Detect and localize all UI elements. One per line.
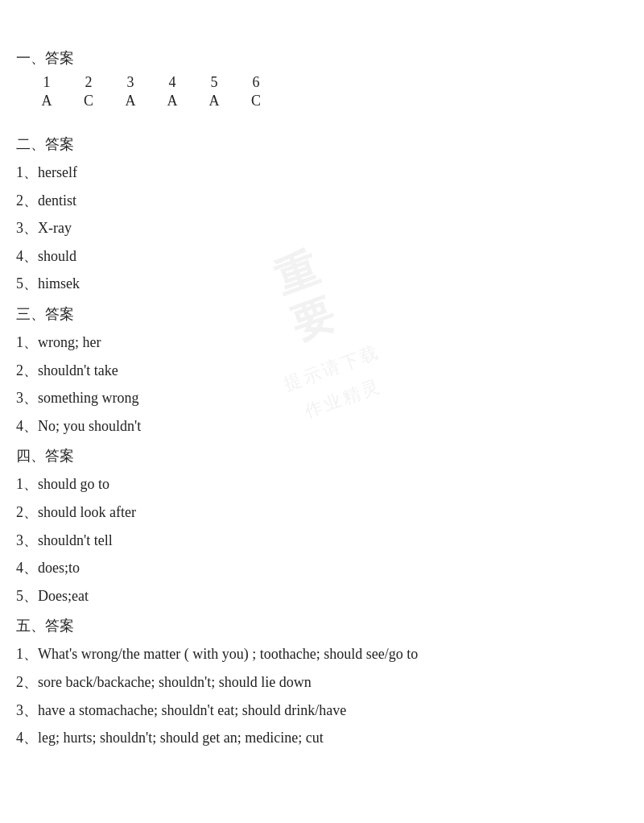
page-content: 一、答案 1 2 3 4 5 6 A C A A A C 二、答案 1、hers…: [16, 48, 628, 751]
section-1-title: 一、答案: [16, 48, 628, 68]
list-item: 2、sore back/backache; shouldn't; should …: [16, 670, 628, 695]
list-item: 2、shouldn't take: [16, 358, 628, 383]
list-item: 1、herself: [16, 160, 628, 185]
list-item: 3、shouldn't tell: [16, 528, 628, 553]
list-item: 4、leg; hurts; shouldn't; should get an; …: [16, 726, 628, 751]
answer-1: A: [26, 93, 68, 110]
list-item: 1、should go to: [16, 472, 628, 497]
section-3: 三、答案 1、wrong; her 2、shouldn't take 3、som…: [16, 304, 628, 438]
list-item: 5、Does;eat: [16, 584, 628, 609]
section-2-title: 二、答案: [16, 134, 628, 154]
list-item: 3、X-ray: [16, 216, 628, 241]
section-4: 四、答案 1、should go to 2、should look after …: [16, 446, 628, 608]
section-5: 五、答案 1、What's wrong/the matter ( with yo…: [16, 616, 628, 750]
list-item: 1、wrong; her: [16, 330, 628, 355]
list-item: 1、What's wrong/the matter ( with you) ; …: [16, 642, 628, 667]
list-item: 4、should: [16, 244, 628, 269]
answer-4: A: [151, 93, 193, 110]
list-item: 3、something wrong: [16, 386, 628, 411]
header-4: 4: [151, 74, 193, 91]
section-2: 二、答案 1、herself 2、dentist 3、X-ray 4、shoul…: [16, 134, 628, 296]
header-5: 5: [193, 74, 235, 91]
answer-5: A: [193, 93, 235, 110]
list-item: 3、have a stomachache; shouldn't eat; sho…: [16, 698, 628, 723]
list-item: 4、No; you shouldn't: [16, 414, 628, 439]
section-1: 一、答案 1 2 3 4 5 6 A C A A A C: [16, 48, 628, 110]
answer-3: A: [109, 93, 151, 110]
answer-2: C: [68, 93, 109, 110]
header-6: 6: [235, 74, 277, 91]
section-1-answers: A C A A A C: [16, 93, 628, 110]
section-4-title: 四、答案: [16, 446, 628, 465]
list-item: 4、does;to: [16, 556, 628, 581]
list-item: 2、should look after: [16, 500, 628, 525]
header-3: 3: [109, 74, 151, 91]
header-1: 1: [26, 74, 68, 91]
list-item: 5、himsek: [16, 271, 628, 296]
list-item: 2、dentist: [16, 188, 628, 213]
section-1-headers: 1 2 3 4 5 6: [16, 74, 628, 91]
section-5-title: 五、答案: [16, 616, 628, 635]
header-2: 2: [68, 74, 109, 91]
section-3-title: 三、答案: [16, 304, 628, 324]
answer-6: C: [235, 93, 277, 110]
